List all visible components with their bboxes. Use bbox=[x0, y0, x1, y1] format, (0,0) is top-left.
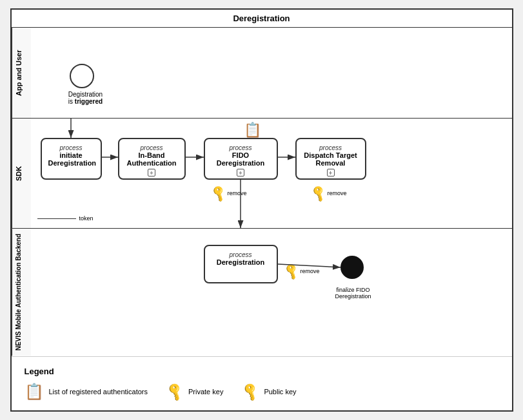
swimlane-nevis: NEVIS Mobile Authentication Backend proc… bbox=[12, 229, 512, 356]
document-icon: 📋 bbox=[244, 122, 261, 138]
proc-name-3: FIDO Deregistration bbox=[212, 151, 270, 167]
process-box-inband: process In-BandAuthentication + bbox=[118, 138, 186, 180]
proc-name-5: Deregistration bbox=[212, 258, 270, 266]
proc-name-1: initiateDeregistration bbox=[48, 151, 94, 167]
diagram-container: Deregistration App and User Degistration… bbox=[10, 8, 513, 411]
swimlane-sdk-content: 📋 process initiateDeregistration process… bbox=[31, 119, 512, 228]
legend-item-private-key: 🔑 Private key bbox=[167, 384, 223, 399]
swimlane-sdk-label: SDK bbox=[12, 119, 31, 228]
proc-label-2: process bbox=[126, 144, 178, 151]
process-box-dereg: process Deregistration bbox=[204, 245, 278, 283]
start-event bbox=[70, 64, 94, 88]
legend-items: 📋 List of registered authenticators 🔑 Pr… bbox=[25, 383, 499, 401]
proc-label-4: process bbox=[303, 144, 359, 151]
public-key-icon: 🔑 bbox=[281, 262, 301, 281]
expand-icon-4: + bbox=[327, 169, 335, 177]
legend-item-doc: 📋 List of registered authenticators bbox=[25, 383, 148, 401]
proc-label-5: process bbox=[212, 251, 270, 258]
diagram-title: Deregistration bbox=[12, 10, 512, 28]
swimlane-app-user-content: Degistration is triggered bbox=[31, 28, 512, 118]
legend-title: Legend bbox=[25, 367, 499, 376]
diagram-body: App and User Degistration is triggered S… bbox=[12, 28, 512, 356]
end-event bbox=[340, 256, 364, 279]
legend-item-public-key: 🔑 Public key bbox=[242, 384, 296, 399]
private-key-icon-1: 🔑 bbox=[208, 184, 228, 203]
key-remove-3: 🔑 remove bbox=[284, 264, 320, 278]
private-key-icon-2: 🔑 bbox=[308, 184, 328, 203]
remove-label-1: remove bbox=[228, 190, 247, 196]
token-label: token bbox=[79, 215, 94, 222]
proc-name-4: Dispatch TargetRemoval bbox=[303, 151, 359, 167]
proc-label-1: process bbox=[48, 144, 94, 151]
legend-public-key-label: Public key bbox=[264, 388, 296, 396]
proc-label-3: process bbox=[212, 144, 270, 151]
swimlane-app-user-label: App and User bbox=[12, 28, 31, 118]
process-box-initiate: process initiateDeregistration bbox=[41, 138, 102, 180]
end-event-label: finalize FIDO Deregistration bbox=[328, 287, 379, 300]
expand-icon-3: + bbox=[237, 169, 244, 177]
process-box-dispatch: process Dispatch TargetRemoval + bbox=[295, 138, 366, 180]
swimlane-nevis-content: process Deregistration 🔑 remove finalize… bbox=[31, 229, 512, 354]
remove-label-2: remove bbox=[328, 190, 347, 196]
legend-private-key-label: Private key bbox=[188, 388, 223, 396]
key-remove-2: 🔑 remove bbox=[311, 186, 347, 200]
token-indicator: token bbox=[37, 215, 94, 222]
legend: Legend 📋 List of registered authenticato… bbox=[12, 356, 512, 410]
start-event-label: Degistration is triggered bbox=[63, 91, 108, 105]
key-remove-1: 🔑 remove bbox=[212, 186, 247, 200]
legend-public-key-icon: 🔑 bbox=[240, 381, 262, 402]
expand-icon-2: + bbox=[148, 169, 155, 177]
swimlane-nevis-label: NEVIS Mobile Authentication Backend bbox=[12, 229, 31, 356]
legend-doc-label: List of registered authenticators bbox=[49, 388, 148, 396]
legend-private-key-icon: 🔑 bbox=[164, 381, 186, 402]
swimlane-app-user: App and User Degistration is triggered bbox=[12, 28, 512, 119]
process-box-fido: process FIDO Deregistration + bbox=[204, 138, 278, 180]
remove-label-3: remove bbox=[301, 268, 320, 274]
swimlane-sdk: SDK 📋 process initiateDeregistration pro… bbox=[12, 119, 512, 229]
legend-doc-icon: 📋 bbox=[25, 383, 44, 401]
proc-name-2: In-BandAuthentication bbox=[126, 151, 178, 167]
